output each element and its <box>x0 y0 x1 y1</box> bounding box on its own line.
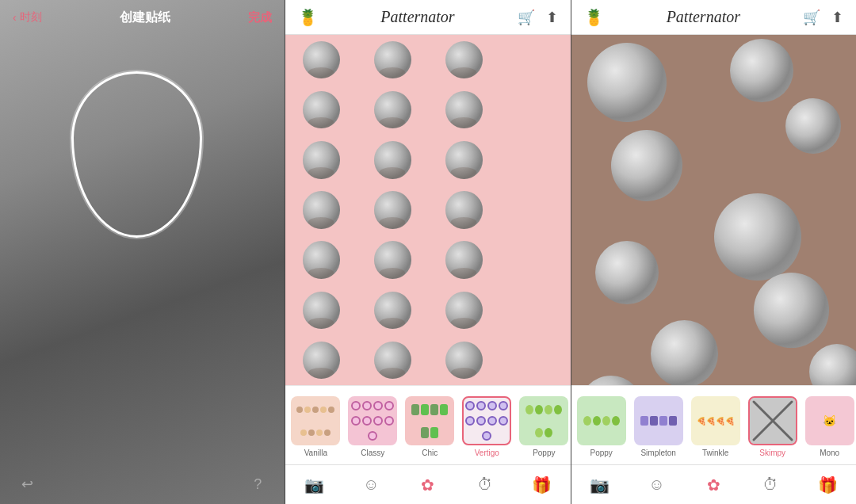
back-button[interactable]: ‹ 时刻 <box>13 10 42 25</box>
face-item <box>428 235 499 285</box>
editor-topbar: ‹ 时刻 创建贴纸 完成 <box>0 0 285 35</box>
face-item <box>428 185 499 235</box>
theme-thumb-mono: 🐱 <box>805 396 854 445</box>
theme-mono[interactable]: 🐱 Mono <box>803 396 856 457</box>
theme-thumb-chic <box>405 396 454 445</box>
pattern-canvas-2 <box>571 35 856 385</box>
face-item <box>285 335 357 385</box>
theme-label-classy: Classy <box>361 449 384 457</box>
face-scatter-item <box>730 39 793 102</box>
face-scatter-item <box>587 43 667 122</box>
pat-topbar-1: 🍍 Patternator 🛒 ⬆ <box>285 0 570 35</box>
face-item <box>428 335 499 385</box>
share-icon-2[interactable]: ⬆ <box>831 9 843 26</box>
theme-chic[interactable]: Chic <box>403 396 457 457</box>
face-item <box>285 35 357 85</box>
pat-topbar-2: 🍍 Patternator 🛒 ⬆ <box>571 0 856 35</box>
theme-twinkle[interactable]: 🍕 🍕 🍕 🍕 Twinkle <box>689 396 743 457</box>
theme-poppy-2[interactable]: Poppy <box>575 396 629 457</box>
face-item <box>285 285 357 335</box>
face-item <box>285 185 357 235</box>
topbar-icons-2: 🛒 ⬆ <box>803 9 843 26</box>
face-item <box>428 285 499 335</box>
back-chevron-icon: ‹ <box>13 11 17 24</box>
theme-thumb-skimpy <box>748 396 797 445</box>
patternator-panel-2: 🍍 Patternator 🛒 ⬆ Poppy <box>571 0 856 504</box>
face-item <box>428 35 499 85</box>
share-icon-1[interactable]: ⬆ <box>546 9 558 26</box>
theme-thumb-poppy-2 <box>577 396 626 445</box>
theme-thumb-twinkle: 🍕 🍕 🍕 🍕 <box>691 396 740 445</box>
stickers-nav-icon-1[interactable]: 🎁 <box>528 471 556 499</box>
theme-label-vanilla: Vanilla <box>304 449 327 457</box>
camera-nav-icon-2[interactable]: 📷 <box>586 471 614 499</box>
face-scatter-item <box>651 320 718 385</box>
face-scatter-item <box>595 241 659 304</box>
pineapple-icon-1: 🍍 <box>298 8 318 27</box>
editor-photo-area <box>0 0 285 504</box>
theme-label-chic: Chic <box>422 449 438 457</box>
effects-nav-icon-2[interactable]: ⏱ <box>756 471 785 499</box>
theme-thumb-vanilla <box>291 396 340 445</box>
theme-thumb-poppy-1 <box>519 396 568 445</box>
theme-label-poppy-2: Poppy <box>590 449 612 457</box>
patternator-panel-1: 🍍 Patternator 🛒 ⬆ <box>285 0 570 504</box>
effects-nav-icon-1[interactable]: ⏱ <box>471 471 499 499</box>
theme-label-simpleton: Simpleton <box>640 449 675 457</box>
face-item <box>357 135 428 185</box>
theme-vanilla[interactable]: Vanilla <box>289 396 342 457</box>
back-label: 时刻 <box>20 10 42 25</box>
editor-title: 创建贴纸 <box>120 10 170 26</box>
help-button[interactable]: ? <box>246 473 269 495</box>
pat-nav-1: 📷 ☺ ✿ ⏱ 🎁 <box>285 464 570 504</box>
theme-poppy-1[interactable]: Poppy <box>517 396 570 457</box>
face-scatter-item <box>714 193 801 281</box>
face-item <box>357 35 428 85</box>
theme-label-twinkle: Twinkle <box>702 449 728 457</box>
face-item <box>357 185 428 235</box>
theme-classy[interactable]: Classy <box>346 396 399 457</box>
theme-skimpy[interactable]: Skimpy <box>746 396 800 457</box>
editor-bottom-bar: ↩ ? <box>0 464 285 504</box>
app-title-2: Patternator <box>667 8 740 26</box>
theme-thumb-classy <box>348 396 397 445</box>
face-item <box>428 85 499 135</box>
face-item <box>357 335 428 385</box>
emoji-nav-icon-1[interactable]: ☺ <box>357 471 385 499</box>
face-item <box>357 285 428 335</box>
pineapple-icon-2: 🍍 <box>584 8 604 27</box>
face-scatter-item <box>809 344 856 385</box>
stickers-nav-icon-2[interactable]: 🎁 <box>813 471 842 499</box>
theme-label-skimpy: Skimpy <box>759 449 785 457</box>
face-item <box>285 85 357 135</box>
cart-icon-1[interactable]: 🛒 <box>518 9 535 26</box>
face-scatter-item <box>754 273 829 348</box>
face-grid-1 <box>285 35 570 385</box>
face-scatter-item <box>611 130 682 201</box>
done-button[interactable]: 完成 <box>248 10 272 25</box>
theme-label-poppy-1: Poppy <box>533 449 555 457</box>
theme-strip-2: Poppy Simpleton 🍕 🍕 🍕 🍕 <box>571 385 856 464</box>
skimpy-thumb-svg <box>750 398 796 444</box>
theme-thumb-vertigo <box>462 396 511 445</box>
pattern-nav-icon-2[interactable]: ✿ <box>699 471 728 499</box>
theme-vertigo[interactable]: Vertigo <box>460 396 514 457</box>
topbar-icons-1: 🛒 ⬆ <box>518 9 558 26</box>
face-item <box>285 135 357 185</box>
undo-button[interactable]: ↩ <box>16 473 38 495</box>
cart-icon-2[interactable]: 🛒 <box>803 9 820 26</box>
pattern-canvas-1 <box>285 35 570 385</box>
face-item <box>285 235 357 285</box>
theme-thumb-simpleton <box>634 396 683 445</box>
theme-simpleton[interactable]: Simpleton <box>632 396 686 457</box>
face-scatter-2 <box>571 35 856 385</box>
face-item <box>428 135 499 185</box>
pat-nav-2: 📷 ☺ ✿ ⏱ 🎁 <box>571 464 856 504</box>
camera-nav-icon-1[interactable]: 📷 <box>300 471 328 499</box>
theme-label-vertigo: Vertigo <box>475 449 499 457</box>
app-title-1: Patternator <box>380 8 454 26</box>
emoji-nav-icon-2[interactable]: ☺ <box>642 471 671 499</box>
pattern-nav-icon-1[interactable]: ✿ <box>414 471 442 499</box>
face-item <box>357 235 428 285</box>
face-scatter-item <box>785 98 841 154</box>
